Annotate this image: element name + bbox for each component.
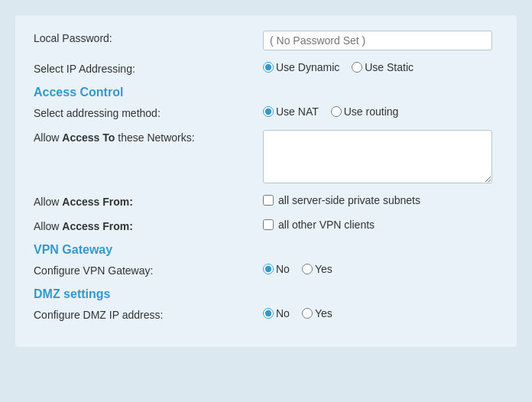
- vpn-clients-text: all other VPN clients: [278, 219, 375, 231]
- settings-form: Local Password: Select IP Addressing: Us…: [15, 15, 517, 347]
- private-subnets-checkbox[interactable]: [263, 195, 274, 206]
- vpn-no-text: No: [276, 263, 290, 275]
- networks-textarea[interactable]: [263, 130, 492, 183]
- nat-radio[interactable]: [263, 106, 274, 117]
- local-password-input[interactable]: [263, 31, 492, 50]
- dmz-settings-heading: DMZ settings: [34, 287, 498, 301]
- allow-access-to-label: Allow Access To these Networks:: [34, 130, 263, 144]
- routing-text: Use routing: [344, 105, 399, 118]
- allow-access-from-2-row: Allow Access From: all other VPN clients: [34, 219, 498, 232]
- dmz-yes-text: Yes: [315, 307, 332, 319]
- ip-dynamic-text: Use Dynamic: [276, 61, 339, 73]
- vpn-no-label[interactable]: No: [263, 263, 290, 275]
- addressing-method-row: Select addressing method: Use NAT Use ro…: [34, 105, 498, 119]
- allow-prefix: Allow: [34, 131, 62, 144]
- access-from-2-bold: Access From:: [62, 220, 133, 232]
- nat-label[interactable]: Use NAT: [263, 105, 319, 118]
- local-password-row: Local Password:: [34, 31, 498, 50]
- ip-dynamic-radio[interactable]: [263, 62, 274, 73]
- dmz-ip-row: Configure DMZ IP address: No Yes: [34, 307, 498, 321]
- ip-addressing-row: Select IP Addressing: Use Dynamic Use St…: [34, 61, 498, 75]
- ip-static-radio[interactable]: [352, 62, 362, 73]
- vpn-no-radio[interactable]: [263, 264, 274, 274]
- addressing-method-control: Use NAT Use routing: [263, 105, 498, 118]
- dmz-ip-label: Configure DMZ IP address:: [34, 307, 263, 321]
- access-to-bold: Access To: [62, 131, 115, 144]
- vpn-gateway-control: No Yes: [263, 263, 498, 275]
- vpn-yes-radio[interactable]: [302, 264, 313, 274]
- dmz-ip-control: No Yes: [263, 307, 498, 319]
- private-subnets-text: all server-side private subnets: [278, 194, 420, 206]
- allow-access-from-1-label: Allow Access From:: [34, 194, 263, 208]
- dmz-no-radio[interactable]: [263, 308, 274, 319]
- dmz-yes-label[interactable]: Yes: [302, 307, 332, 319]
- routing-label[interactable]: Use routing: [331, 105, 399, 118]
- vpn-gateway-row: Configure VPN Gateway: No Yes: [34, 263, 498, 277]
- access-from-1-bold: Access From:: [62, 196, 133, 208]
- allow-access-from-2-label: Allow Access From:: [34, 219, 263, 232]
- nat-text: Use NAT: [276, 105, 319, 118]
- ip-dynamic-label[interactable]: Use Dynamic: [263, 61, 339, 73]
- vpn-gateway-heading: VPN Gateway: [34, 243, 498, 257]
- dmz-yes-radio[interactable]: [302, 308, 313, 319]
- ip-addressing-control: Use Dynamic Use Static: [263, 61, 498, 73]
- vpn-yes-label[interactable]: Yes: [302, 263, 332, 275]
- ip-static-text: Use Static: [365, 61, 414, 73]
- vpn-gateway-label: Configure VPN Gateway:: [34, 263, 263, 277]
- allow-access-to-control: [263, 130, 498, 183]
- allow-access-from-1-control: all server-side private subnets: [263, 194, 498, 206]
- routing-radio[interactable]: [331, 106, 342, 117]
- addressing-method-label: Select addressing method:: [34, 105, 263, 119]
- allow-access-from-2-control: all other VPN clients: [263, 219, 498, 231]
- access-control-heading: Access Control: [34, 86, 498, 99]
- allow-access-to-row: Allow Access To these Networks:: [34, 130, 498, 183]
- vpn-yes-text: Yes: [315, 263, 332, 275]
- allow-from-1-prefix: Allow: [34, 196, 62, 208]
- dmz-no-text: No: [276, 307, 290, 319]
- ip-static-label[interactable]: Use Static: [352, 61, 414, 73]
- allow-access-from-1-row: Allow Access From: all server-side priva…: [34, 194, 498, 208]
- allow-suffix: these Networks:: [115, 131, 194, 144]
- local-password-label: Local Password:: [34, 31, 263, 44]
- allow-from-2-prefix: Allow: [34, 220, 62, 232]
- vpn-clients-checkbox[interactable]: [263, 219, 274, 230]
- ip-addressing-label: Select IP Addressing:: [34, 61, 263, 75]
- dmz-no-label[interactable]: No: [263, 307, 290, 319]
- local-password-control: [263, 31, 498, 50]
